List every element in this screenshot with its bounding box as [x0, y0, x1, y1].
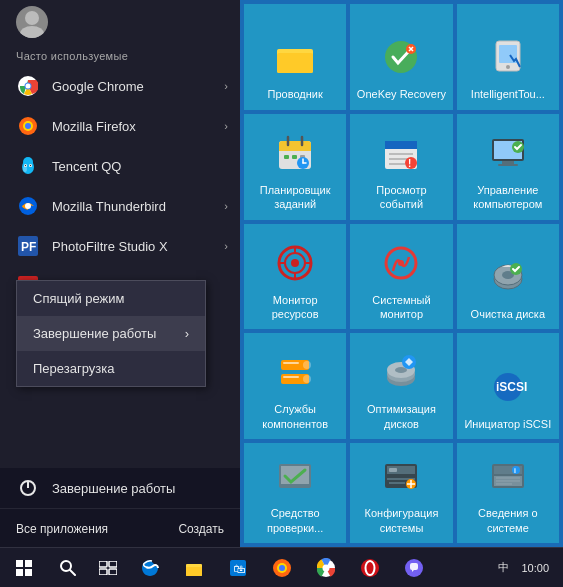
explorer-icon: [184, 558, 204, 578]
context-menu: Спящий режим Завершение работы › Перезаг…: [16, 280, 206, 387]
search-button[interactable]: [48, 548, 88, 588]
time-display[interactable]: 10:00: [515, 562, 555, 574]
taskbar-explorer[interactable]: [172, 548, 216, 588]
tile-9[interactable]: Службы компонентов: [244, 333, 346, 439]
ime-indicator[interactable]: 中: [492, 560, 515, 575]
svg-point-57: [291, 259, 299, 267]
iscsi-icon: iSCSI: [484, 363, 532, 411]
disk-clean-icon: [484, 253, 532, 301]
svg-rect-37: [284, 155, 289, 159]
photofiltre-icon: PF: [16, 234, 40, 258]
shutdown-option[interactable]: Завершение работы ›: [17, 316, 205, 351]
bottom-section: Завершение работы Все приложения Создать: [0, 468, 240, 547]
taskbar-firefox[interactable]: [260, 548, 304, 588]
taskbar-chrome[interactable]: [304, 548, 348, 588]
menu-item-qq[interactable]: Tencent QQ: [0, 146, 240, 186]
svg-point-14: [30, 165, 31, 166]
shutdown-arrow: ›: [185, 326, 189, 341]
sleep-option[interactable]: Спящий режим: [17, 281, 205, 316]
tile-8-label: Очистка диска: [467, 307, 549, 321]
restart-option[interactable]: Перезагрузка: [17, 351, 205, 386]
task-view-icon: [99, 561, 117, 575]
chrome-icon: [16, 74, 40, 98]
tile-8[interactable]: Очистка диска: [457, 224, 559, 330]
start-button[interactable]: [0, 548, 48, 588]
svg-rect-108: [109, 561, 117, 567]
thunderbird-icon: [16, 194, 40, 218]
svg-rect-44: [385, 141, 417, 149]
svg-rect-89: [389, 482, 405, 484]
tile-11[interactable]: iSCSI Инициатор iSCSI: [457, 333, 559, 439]
tile-2[interactable]: IntelligentTou...: [457, 4, 559, 110]
folder-icon: [271, 33, 319, 81]
tile-3[interactable]: Планировщик заданий: [244, 114, 346, 220]
left-panel: Часто используемые Google Chrome ›: [0, 0, 240, 547]
menu-item-chrome[interactable]: Google Chrome ›: [0, 66, 240, 106]
all-apps-link[interactable]: Все приложения: [16, 519, 108, 537]
ime-text: 中: [498, 561, 509, 573]
tile-14-label: Сведения о системе: [457, 506, 559, 535]
svg-rect-74: [283, 362, 299, 364]
tile-7-label: Системный монитор: [350, 293, 452, 322]
svg-point-119: [323, 564, 330, 571]
create-link[interactable]: Создать: [178, 519, 224, 537]
tile-0[interactable]: Проводник: [244, 4, 346, 110]
firefox-label: Mozilla Firefox: [52, 119, 136, 134]
user-section[interactable]: [0, 0, 240, 44]
svg-point-16: [25, 203, 31, 209]
viber-icon: [404, 558, 424, 578]
svg-rect-53: [498, 164, 518, 166]
menu-item-firefox[interactable]: Mozilla Firefox ›: [0, 106, 240, 146]
svg-text:i: i: [514, 467, 516, 474]
tile-10[interactable]: Оптимизация дисков: [350, 333, 452, 439]
firefox-taskbar-icon: [272, 558, 292, 578]
svg-rect-47: [389, 163, 405, 165]
tile-1[interactable]: OneKey Recovery: [350, 4, 452, 110]
taskbar-viber[interactable]: [392, 548, 436, 588]
frequent-label: Часто используемые: [0, 44, 240, 66]
firefox-arrow: ›: [224, 120, 228, 132]
svg-text:PF: PF: [21, 240, 36, 254]
svg-rect-107: [99, 561, 107, 567]
windows-icon: [16, 560, 32, 576]
thunderbird-arrow: ›: [224, 200, 228, 212]
tile-12-label: Средство проверки...: [244, 506, 346, 535]
photofiltre-label: PhotoFiltre Studio X: [52, 239, 168, 254]
tile-6[interactable]: Монитор ресурсов: [244, 224, 346, 330]
tile-7[interactable]: Системный монитор: [350, 224, 452, 330]
edge-icon: [140, 558, 160, 578]
task-view-button[interactable]: [88, 548, 128, 588]
svg-rect-34: [279, 148, 311, 151]
tile-5[interactable]: Управление компьютером: [457, 114, 559, 220]
tile-9-label: Службы компонентов: [244, 402, 346, 431]
svg-point-73: [303, 375, 311, 383]
tile-0-label: Проводник: [264, 87, 327, 101]
taskbar-edge[interactable]: [128, 548, 172, 588]
store-icon: 🛍: [228, 558, 248, 578]
svg-rect-109: [99, 569, 107, 575]
avatar[interactable]: [16, 6, 48, 38]
svg-line-106: [70, 570, 75, 575]
svg-text:iSCSI: iSCSI: [496, 380, 527, 394]
firefox-icon: [16, 114, 40, 138]
svg-rect-110: [109, 569, 117, 575]
tile-10-label: Оптимизация дисков: [350, 402, 452, 431]
qq-label: Tencent QQ: [52, 159, 121, 174]
taskbar-opera[interactable]: [348, 548, 392, 588]
taskbar-store[interactable]: 🛍: [216, 548, 260, 588]
menu-item-thunderbird[interactable]: Mozilla Thunderbird ›: [0, 186, 240, 226]
svg-point-31: [506, 65, 510, 69]
tile-13[interactable]: Конфигурация системы: [350, 443, 452, 543]
tile-4[interactable]: ! Просмотр событий: [350, 114, 452, 220]
bottom-links: Все приложения Создать: [0, 508, 240, 547]
check-icon: [271, 452, 319, 500]
menu-item-photofiltre[interactable]: PF PhotoFiltre Studio X ›: [0, 226, 240, 266]
power-button[interactable]: Завершение работы: [0, 468, 240, 508]
tile-14[interactable]: i Сведения о системе: [457, 443, 559, 543]
power-label: Завершение работы: [52, 481, 175, 496]
info-icon: i: [484, 452, 532, 500]
config-icon: [377, 452, 425, 500]
tile-12[interactable]: Средство проверки...: [244, 443, 346, 543]
tiles-panel: Проводник OneKey Recovery: [240, 0, 563, 547]
tile-11-label: Инициатор iSCSI: [460, 417, 555, 431]
